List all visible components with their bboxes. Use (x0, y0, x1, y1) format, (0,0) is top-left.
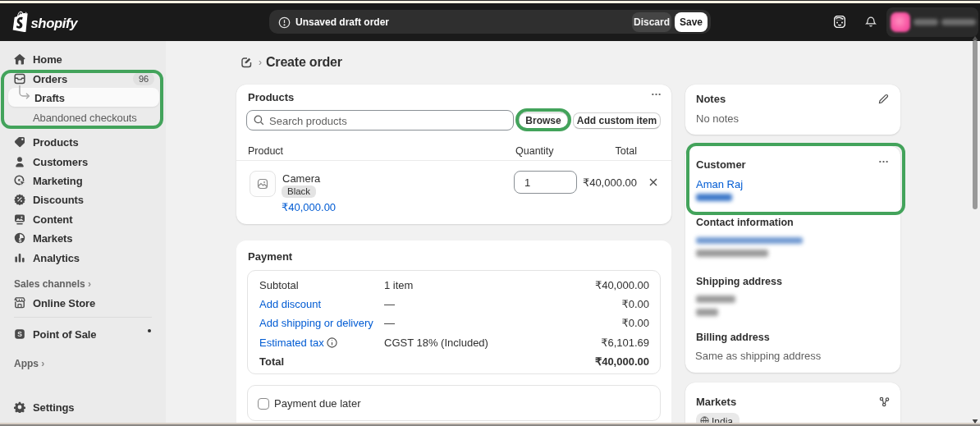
svg-text:$: $ (19, 237, 22, 244)
svg-text:shopify: shopify (30, 16, 78, 31)
svg-text:S: S (17, 330, 22, 338)
